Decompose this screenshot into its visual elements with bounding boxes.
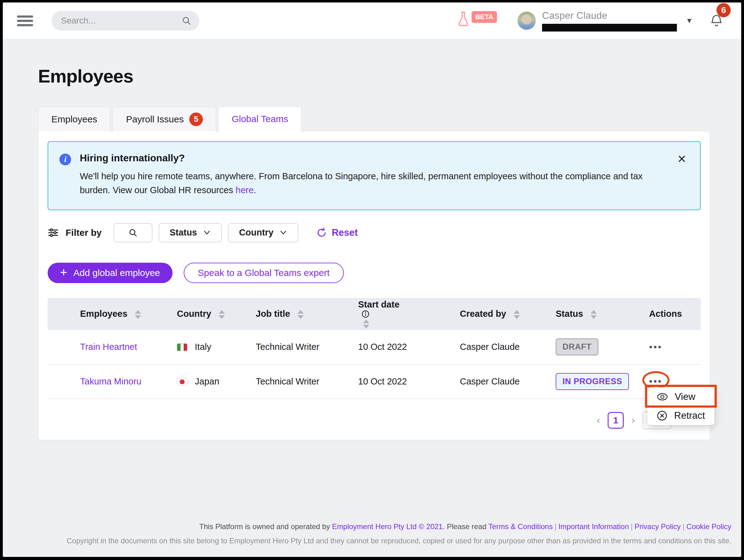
tab-payroll-issues[interactable]: Payroll Issues 5: [113, 107, 216, 131]
employee-name-link[interactable]: Takuma Minoru: [80, 376, 141, 386]
pagination-prev-icon[interactable]: ‹: [596, 414, 600, 426]
sort-icon[interactable]: [219, 310, 225, 319]
tab-employees[interactable]: Employees: [38, 107, 110, 131]
col-header-job-title[interactable]: Job title: [256, 298, 358, 330]
pagination: ‹ 1 › 2: [48, 411, 701, 429]
eye-icon: [657, 393, 668, 401]
chevron-down-icon[interactable]: ▼: [685, 16, 693, 25]
filter-search-button[interactable]: [113, 223, 152, 242]
global-teams-panel: i Hiring internationally? We'll help you…: [38, 131, 710, 440]
tab-bar: Employees Payroll Issues 5 Global Teams: [38, 107, 710, 131]
pagination-page-current[interactable]: 1: [608, 412, 624, 429]
page-title: Employees: [38, 66, 710, 87]
user-name: Casper Claude: [542, 10, 677, 21]
filter-sliders-icon: [48, 228, 59, 238]
footer: This Platform is owned and operated by E…: [3, 522, 741, 545]
sort-icon[interactable]: [297, 310, 304, 319]
main-content: Employees Employees Payroll Issues 5 Glo…: [3, 39, 741, 522]
banner-body: We'll help you hire remote teams, anywhe…: [80, 169, 663, 197]
menu-item-view[interactable]: View: [647, 387, 714, 406]
status-badge: IN PROGRESS: [556, 373, 629, 390]
menu-item-retract[interactable]: Retract: [647, 406, 714, 425]
filter-status-dropdown[interactable]: Status: [159, 223, 222, 242]
circle-x-icon: [657, 410, 667, 421]
reset-icon: [317, 228, 327, 238]
reset-filters-button[interactable]: Reset: [317, 227, 358, 238]
speak-to-expert-button[interactable]: Speak to a Global Teams expert: [184, 263, 344, 283]
info-banner: i Hiring internationally? We'll help you…: [48, 141, 701, 210]
info-icon: i: [60, 154, 71, 165]
info-circle-icon[interactable]: [361, 310, 370, 318]
status-badge: DRAFT: [556, 338, 598, 355]
table-row: Train Heartnet Italy Technical Writer 10…: [48, 330, 701, 364]
pagination-next-icon[interactable]: ›: [631, 414, 635, 426]
cta-row: + Add global employee Speak to a Global …: [48, 263, 701, 283]
sort-icon[interactable]: [135, 310, 141, 319]
footer-privacy-link[interactable]: Privacy Policy: [635, 522, 681, 531]
flask-icon: [457, 11, 470, 27]
banner-text: Hiring internationally? We'll help you h…: [80, 152, 663, 197]
col-header-actions: Actions: [649, 298, 701, 330]
tab-global-teams[interactable]: Global Teams: [218, 107, 301, 131]
filter-country-dropdown[interactable]: Country: [228, 223, 298, 242]
footer-terms-link[interactable]: Terms & Conditions: [488, 522, 553, 531]
chevron-down-icon: [280, 230, 287, 235]
flag-japan-icon: [177, 378, 187, 386]
avatar[interactable]: [517, 11, 536, 30]
footer-cookie-link[interactable]: Cookie Policy: [686, 522, 731, 531]
add-global-employee-button[interactable]: + Add global employee: [48, 263, 173, 283]
footer-legal-line: This Platform is owned and operated by E…: [13, 522, 731, 531]
col-header-created-by[interactable]: Created by: [460, 298, 556, 330]
search-input[interactable]: [61, 16, 182, 26]
col-header-employees[interactable]: Employees: [48, 298, 177, 330]
row-actions-context-menu: View Retract: [647, 387, 714, 425]
row-actions-menu-button[interactable]: •••: [649, 342, 663, 352]
sort-icon[interactable]: [363, 320, 369, 328]
filter-by-label: Filter by: [66, 228, 102, 238]
flag-italy-icon: [177, 343, 187, 351]
hamburger-menu-icon[interactable]: [17, 13, 33, 29]
table-header-row: Employees Country Job title Start d: [48, 298, 701, 330]
notifications[interactable]: 6: [709, 13, 724, 29]
footer-important-info-link[interactable]: Important Information: [558, 522, 629, 531]
employee-name-link[interactable]: Train Heartnet: [80, 342, 137, 352]
app-window: BETA Casper Claude ▼ 6 Employees Employe…: [3, 2, 741, 557]
employees-table: Employees Country Job title Start d: [48, 298, 701, 399]
notification-count-badge: 6: [716, 3, 731, 17]
global-search[interactable]: [52, 11, 199, 31]
col-header-start-date[interactable]: Start date: [358, 298, 460, 330]
banner-title: Hiring internationally?: [80, 152, 663, 164]
col-header-status[interactable]: Status: [556, 298, 649, 330]
row-actions-menu-button[interactable]: •••: [649, 376, 663, 386]
chevron-down-icon: [203, 230, 211, 235]
footer-company-link[interactable]: Employment Hero Pty Ltd © 2021: [332, 522, 443, 531]
banner-here-link[interactable]: here: [236, 185, 254, 195]
topbar-right: BETA Casper Claude ▼ 6: [457, 10, 728, 32]
user-block[interactable]: Casper Claude: [542, 10, 677, 32]
sort-icon[interactable]: [591, 310, 597, 319]
redacted-email: [542, 24, 677, 32]
search-icon[interactable]: [182, 16, 191, 26]
filter-row: Filter by Status Country: [48, 223, 701, 242]
payroll-issues-count-badge: 5: [189, 113, 203, 126]
footer-copyright-line: Copyright in the documents on this site …: [13, 536, 731, 545]
topbar: BETA Casper Claude ▼ 6: [3, 2, 741, 39]
close-icon[interactable]: ✕: [677, 154, 686, 165]
beta-feature: BETA: [457, 11, 497, 27]
beta-badge: BETA: [472, 11, 497, 23]
search-icon: [128, 228, 138, 237]
col-header-country[interactable]: Country: [177, 298, 256, 330]
sort-icon[interactable]: [514, 310, 520, 319]
table-row: Takuma Minoru Japan Technical Writer 10 …: [48, 364, 701, 399]
